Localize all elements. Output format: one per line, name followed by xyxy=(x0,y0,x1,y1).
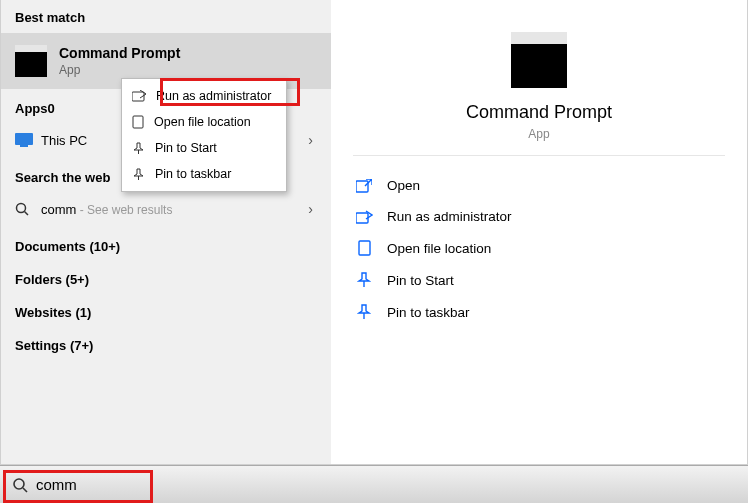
file-location-icon xyxy=(355,240,373,256)
svg-rect-8 xyxy=(359,241,370,255)
svg-rect-7 xyxy=(356,213,368,223)
details-subtitle: App xyxy=(353,127,725,141)
search-web-item[interactable]: comm - See web results › xyxy=(1,191,331,227)
pin-start-icon xyxy=(132,142,145,155)
pin-taskbar-icon xyxy=(355,304,373,320)
svg-line-3 xyxy=(25,212,29,216)
best-match-subtitle: App xyxy=(59,63,180,77)
websites-category[interactable]: Websites (1) xyxy=(1,293,331,326)
pin-start-icon xyxy=(355,272,373,288)
svg-point-2 xyxy=(17,204,26,213)
documents-category[interactable]: Documents (10+) xyxy=(1,227,331,260)
search-icon xyxy=(15,202,41,216)
svg-rect-0 xyxy=(15,133,33,145)
context-menu: Run as administrator Open file location … xyxy=(121,78,287,192)
search-results-panel: Best match Command Prompt App Apps0 This… xyxy=(1,0,331,464)
settings-category[interactable]: Settings (7+) xyxy=(1,326,331,359)
svg-line-10 xyxy=(23,488,27,492)
ctx-pin-to-start[interactable]: Pin to Start xyxy=(122,135,286,161)
file-location-icon xyxy=(132,115,144,129)
action-run-as-admin[interactable]: Run as administrator xyxy=(353,201,725,232)
this-pc-icon xyxy=(15,133,41,147)
chevron-right-icon: › xyxy=(308,132,317,148)
best-match-title: Command Prompt xyxy=(59,45,180,61)
details-panel: Command Prompt App Open Run as administr… xyxy=(331,0,747,464)
run-as-admin-icon xyxy=(355,210,373,224)
search-icon xyxy=(12,477,28,493)
ctx-pin-to-taskbar[interactable]: Pin to taskbar xyxy=(122,161,286,187)
svg-rect-6 xyxy=(356,181,368,192)
search-web-query: comm xyxy=(41,202,76,217)
action-list: Open Run as administrator Open file loca… xyxy=(331,156,747,342)
taskbar xyxy=(0,465,748,503)
action-pin-to-taskbar[interactable]: Pin to taskbar xyxy=(353,296,725,328)
folders-category[interactable]: Folders (5+) xyxy=(1,260,331,293)
svg-rect-1 xyxy=(20,145,28,147)
details-title: Command Prompt xyxy=(353,102,725,123)
command-prompt-icon xyxy=(511,32,567,88)
open-icon xyxy=(355,179,373,193)
action-pin-to-start[interactable]: Pin to Start xyxy=(353,264,725,296)
action-open[interactable]: Open xyxy=(353,170,725,201)
search-web-sub: - See web results xyxy=(76,203,172,217)
command-prompt-icon xyxy=(15,45,47,77)
svg-point-9 xyxy=(14,479,24,489)
ctx-run-as-admin[interactable]: Run as administrator xyxy=(122,83,286,109)
pin-taskbar-icon xyxy=(132,168,145,181)
taskbar-search-input[interactable] xyxy=(36,476,316,493)
run-as-admin-icon xyxy=(132,90,146,102)
chevron-right-icon: › xyxy=(308,201,317,217)
action-open-file-location[interactable]: Open file location xyxy=(353,232,725,264)
best-match-header: Best match xyxy=(1,0,331,33)
svg-rect-5 xyxy=(133,116,143,128)
ctx-open-file-location[interactable]: Open file location xyxy=(122,109,286,135)
